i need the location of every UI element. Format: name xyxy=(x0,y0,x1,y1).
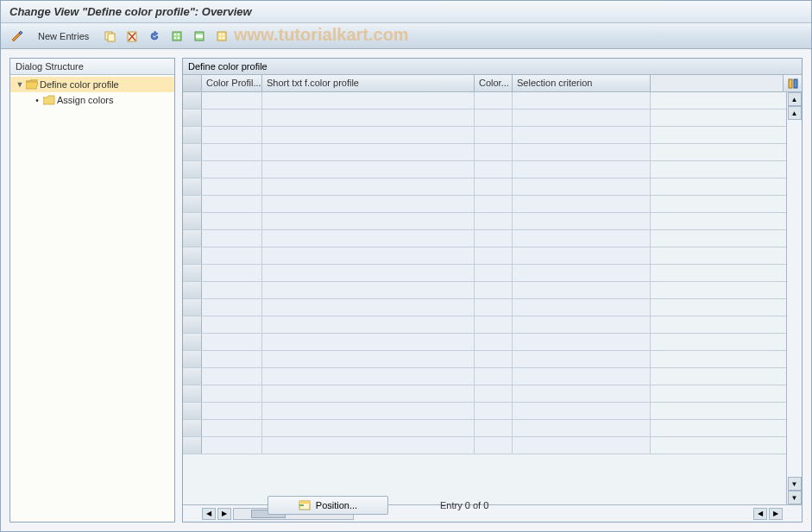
row-selector[interactable] xyxy=(183,437,202,454)
cell[interactable] xyxy=(202,178,262,195)
cell[interactable] xyxy=(202,420,262,436)
cell[interactable] xyxy=(202,334,262,350)
cell[interactable] xyxy=(202,437,262,454)
cell[interactable] xyxy=(513,110,651,126)
cell[interactable] xyxy=(202,92,262,109)
table-row[interactable] xyxy=(183,213,802,230)
row-selector[interactable] xyxy=(183,299,202,316)
cell[interactable] xyxy=(513,368,651,385)
table-row[interactable] xyxy=(183,403,802,420)
table-row[interactable] xyxy=(183,351,802,368)
row-selector[interactable] xyxy=(183,316,202,333)
row-selector[interactable] xyxy=(183,403,202,419)
cell[interactable] xyxy=(475,230,513,247)
row-selector[interactable] xyxy=(183,265,202,281)
cell[interactable] xyxy=(475,127,513,143)
cell[interactable] xyxy=(262,110,475,126)
table-row[interactable] xyxy=(183,265,802,282)
cell[interactable] xyxy=(475,299,513,316)
table-row[interactable] xyxy=(183,144,802,161)
cell[interactable] xyxy=(202,351,262,367)
tree-collapse-icon[interactable]: ▼ xyxy=(16,80,24,89)
tree-item-assign-colors[interactable]: • Assign colors xyxy=(10,92,174,108)
cell[interactable] xyxy=(202,247,262,264)
table-row[interactable] xyxy=(183,282,802,299)
vertical-scrollbar[interactable]: ▲ ▲ ▼ ▼ xyxy=(786,92,802,504)
row-selector[interactable] xyxy=(183,385,202,402)
cell[interactable] xyxy=(475,178,513,195)
cell[interactable] xyxy=(475,351,513,367)
column-color-profile[interactable]: Color Profil... xyxy=(202,75,262,91)
row-selector[interactable] xyxy=(183,351,202,367)
row-selector[interactable] xyxy=(183,230,202,247)
scroll-up-icon[interactable]: ▲ xyxy=(788,92,802,106)
cell[interactable] xyxy=(202,127,262,143)
row-selector[interactable] xyxy=(183,110,202,126)
select-block-icon[interactable] xyxy=(190,27,209,46)
cell[interactable] xyxy=(475,316,513,333)
column-short-text[interactable]: Short txt f.color profile xyxy=(262,75,475,91)
cell[interactable] xyxy=(513,437,651,454)
table-row[interactable] xyxy=(183,178,802,196)
cell[interactable] xyxy=(262,403,475,419)
toggle-display-change-icon[interactable] xyxy=(8,27,27,46)
cell[interactable] xyxy=(475,196,513,212)
row-selector[interactable] xyxy=(183,247,202,264)
cell[interactable] xyxy=(513,420,651,436)
position-button[interactable]: Position... xyxy=(268,496,388,515)
cell[interactable] xyxy=(262,420,475,436)
copy-icon[interactable] xyxy=(100,27,119,46)
cell[interactable] xyxy=(475,144,513,160)
cell[interactable] xyxy=(475,92,513,109)
table-row[interactable] xyxy=(183,316,802,334)
cell[interactable] xyxy=(513,316,651,333)
cell[interactable] xyxy=(475,403,513,419)
row-selector[interactable] xyxy=(183,161,202,178)
cell[interactable] xyxy=(262,437,475,454)
cell[interactable] xyxy=(513,247,651,264)
cell[interactable] xyxy=(262,196,475,212)
cell[interactable] xyxy=(202,265,262,281)
row-selector[interactable] xyxy=(183,282,202,298)
new-entries-button[interactable]: New Entries xyxy=(30,28,97,45)
row-selector-header[interactable] xyxy=(183,75,202,91)
cell[interactable] xyxy=(513,403,651,419)
cell[interactable] xyxy=(475,420,513,436)
scroll-down-icon[interactable]: ▼ xyxy=(788,477,802,491)
cell[interactable] xyxy=(262,230,475,247)
table-row[interactable] xyxy=(183,385,802,403)
table-row[interactable] xyxy=(183,196,802,213)
table-row[interactable] xyxy=(183,161,802,178)
table-row[interactable] xyxy=(183,247,802,265)
cell[interactable] xyxy=(513,282,651,298)
cell[interactable] xyxy=(202,196,262,212)
cell[interactable] xyxy=(262,334,475,350)
cell[interactable] xyxy=(513,351,651,367)
cell[interactable] xyxy=(202,161,262,178)
cell[interactable] xyxy=(475,247,513,264)
table-row[interactable] xyxy=(183,110,802,127)
cell[interactable] xyxy=(262,282,475,298)
tree-item-define-color-profile[interactable]: ▼ Define color profile xyxy=(10,77,174,92)
cell[interactable] xyxy=(513,127,651,143)
cell[interactable] xyxy=(475,385,513,402)
table-row[interactable] xyxy=(183,437,802,454)
cell[interactable] xyxy=(475,161,513,178)
row-selector[interactable] xyxy=(183,334,202,350)
cell[interactable] xyxy=(513,178,651,195)
deselect-all-icon[interactable] xyxy=(212,27,231,46)
table-row[interactable] xyxy=(183,92,802,110)
configure-columns-icon[interactable] xyxy=(783,75,802,91)
cell[interactable] xyxy=(475,282,513,298)
cell[interactable] xyxy=(513,299,651,316)
cell[interactable] xyxy=(262,299,475,316)
row-selector[interactable] xyxy=(183,196,202,212)
table-row[interactable] xyxy=(183,368,802,385)
cell[interactable] xyxy=(513,92,651,109)
cell[interactable] xyxy=(513,213,651,229)
cell[interactable] xyxy=(513,196,651,212)
cell[interactable] xyxy=(513,230,651,247)
cell[interactable] xyxy=(202,299,262,316)
cell[interactable] xyxy=(202,230,262,247)
scroll-up-icon[interactable]: ▲ xyxy=(788,106,802,120)
